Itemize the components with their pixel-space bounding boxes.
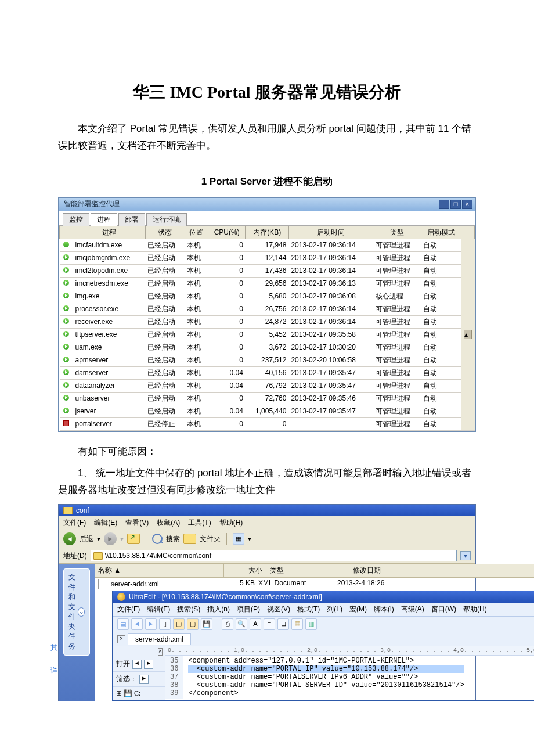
table-row[interactable]: dataanalyzer已经启动本机0.0476,7922013-02-17 0… — [60, 379, 475, 392]
ue-menu-script[interactable]: 脚本(i) — [374, 604, 394, 614]
ue-code-area[interactable]: 3536373839 <component address="127.0.0.1… — [165, 656, 534, 699]
fwd-drop-icon[interactable]: ▾ — [120, 535, 124, 543]
ue-menu-edit[interactable]: 编辑(E) — [147, 604, 170, 614]
up-folder-icon[interactable]: ↗ — [127, 534, 140, 544]
folders-icon[interactable] — [183, 534, 196, 544]
ue-menu-help[interactable]: 帮助(H) — [463, 604, 487, 614]
ue-menu-search[interactable]: 搜索(S) — [177, 604, 200, 614]
ue-menu-project[interactable]: 项目(P) — [237, 604, 260, 614]
ue-code-text[interactable]: <component address="127.0.0.1" id="iMC-P… — [183, 656, 468, 699]
col-date[interactable]: 修改日期 — [349, 564, 534, 577]
ue-menu-adv[interactable]: 高级(A) — [401, 604, 424, 614]
tab-deploy[interactable]: 部署 — [118, 213, 145, 226]
address-box[interactable]: \\10.153.88.174\iMC\common\conf — [91, 550, 457, 561]
table-row[interactable]: receiver.exe已经启动本机024,8722013-02-17 09:3… — [60, 315, 475, 328]
menu-fav[interactable]: 收藏(A) — [157, 518, 180, 528]
ue-menu-file[interactable]: 文件(F) — [117, 604, 140, 614]
col-cpu[interactable]: CPU(%) — [208, 226, 245, 239]
view-button[interactable]: ▦ — [233, 533, 244, 545]
col-name[interactable]: 名称 ▲ — [95, 564, 224, 577]
table-row[interactable]: tftpserver.exe已经启动本机05,4522013-02-17 09:… — [60, 328, 475, 341]
col-icon[interactable] — [60, 226, 73, 239]
tab-runtime[interactable]: 运行环境 — [146, 213, 187, 226]
scrollbar[interactable] — [461, 226, 475, 239]
chevron-down-icon[interactable]: ⌄ — [78, 607, 85, 617]
col-starttime[interactable]: 启动时间 — [288, 226, 373, 239]
folders-label[interactable]: 文件夹 — [200, 534, 221, 544]
tool-tree-icon[interactable]: ⊟ — [277, 618, 289, 630]
col-mode[interactable]: 启动模式 — [421, 226, 461, 239]
col-memory[interactable]: 内存(KB) — [246, 226, 289, 239]
minimize-button[interactable]: _ — [439, 200, 449, 209]
forward-button[interactable]: ► — [104, 532, 117, 545]
col-type[interactable]: 类型 — [373, 226, 421, 239]
col-size[interactable]: 大小 — [224, 564, 266, 577]
col-location[interactable]: 位置 — [185, 226, 208, 239]
ue-menu-format[interactable]: 格式(T) — [297, 604, 320, 614]
tool-next-icon[interactable]: ► — [145, 618, 157, 630]
table-row[interactable]: damserver已经启动本机0.0440,1562013-02-17 09:3… — [60, 366, 475, 379]
menu-edit[interactable]: 编辑(E) — [94, 518, 117, 528]
tasks-panel[interactable]: 文件和文件夹任务 ⌄ — [63, 568, 90, 656]
tool-doc-icon[interactable]: ▯ — [159, 618, 171, 630]
ue-close-panel-icon[interactable]: × — [117, 635, 125, 643]
table-row[interactable]: imcl2topodm.exe已经启动本机017,4362013-02-17 0… — [60, 264, 475, 277]
search-label[interactable]: 搜索 — [166, 534, 180, 544]
back-drop-icon[interactable]: ▾ — [97, 535, 100, 543]
table-row[interactable]: img.exe已经启动本机05,6802013-02-17 09:36:08核心… — [60, 290, 475, 303]
cell-type: 可管理进程 — [373, 239, 421, 251]
ue-menu-view[interactable]: 视图(V) — [267, 604, 290, 614]
table-row[interactable]: uam.exe已经启动本机03,6722013-02-17 10:30:20可管… — [60, 341, 475, 354]
tab-process[interactable]: 进程 — [91, 213, 117, 226]
file-row[interactable]: server-addr.xml 5 KB XML Document 2013-2… — [95, 578, 534, 591]
table-row[interactable]: imcnetresdm.exe已经启动本机029,6562013-02-17 0… — [60, 277, 475, 290]
ue-open-prev-icon[interactable]: ◄ — [132, 660, 142, 669]
back-label[interactable]: 后退 — [80, 534, 93, 544]
table-row[interactable]: jserver已经启动本机0.041,005,4402013-02-17 09:… — [60, 405, 475, 417]
maximize-button[interactable]: □ — [450, 200, 461, 209]
tab-monitor[interactable]: 监控 — [63, 213, 89, 226]
table-row[interactable]: unbaserver已经启动本机072,7602013-02-17 09:35:… — [60, 392, 475, 405]
ue-menu-insert[interactable]: 插入(n) — [207, 604, 230, 614]
ue-menu-window[interactable]: 窗口(W) — [431, 604, 456, 614]
col-type[interactable]: 类型 — [266, 564, 349, 577]
table-row[interactable]: imcjobmgrdm.exe已经启动本机012,1442013-02-17 0… — [60, 251, 475, 264]
view-drop-icon[interactable]: ▾ — [248, 535, 251, 543]
search-icon[interactable] — [152, 534, 163, 544]
tool-col-icon[interactable]: ▥ — [305, 618, 317, 630]
cell-state: 已经启动 — [145, 405, 185, 417]
ue-filter-go-icon[interactable]: ▶ — [139, 675, 149, 684]
address-dropdown-icon[interactable]: ▾ — [460, 551, 471, 560]
cell-mode: 自动 — [421, 379, 461, 392]
ue-side-close-icon[interactable]: × — [158, 648, 163, 656]
tool-print-icon[interactable]: ⎙ — [222, 618, 233, 630]
menu-file[interactable]: 文件(F) — [63, 518, 86, 528]
ue-open-next-icon[interactable]: ► — [144, 660, 153, 669]
col-process[interactable]: 进程 — [73, 226, 146, 239]
table-row[interactable]: imcfaultdm.exe已经启动本机017,9482013-02-17 09… — [60, 239, 475, 251]
col-state[interactable]: 状态 — [145, 226, 185, 239]
tool-new-icon[interactable]: ▤ — [117, 618, 129, 630]
ue-tree[interactable]: ⊞ 💾 C: — [113, 687, 165, 700]
menu-tools[interactable]: 工具(T) — [188, 518, 211, 528]
ue-drive-c[interactable]: C: — [134, 689, 140, 697]
back-button[interactable]: ◄ — [63, 532, 76, 545]
tool-a-icon[interactable]: A — [250, 618, 261, 630]
tool-open-icon[interactable]: ▢ — [173, 618, 185, 630]
tool-list-icon[interactable]: ≡ — [264, 618, 275, 630]
ue-menu-col[interactable]: 列(L) — [327, 604, 342, 614]
table-row[interactable]: apmserver已经启动本机0237,5122013-02-20 10:06:… — [60, 354, 475, 366]
menu-help[interactable]: 帮助(H) — [219, 518, 243, 528]
tool-save-icon[interactable]: 💾 — [201, 618, 212, 630]
close-button[interactable]: × — [462, 200, 472, 209]
scrollbar-track[interactable]: ▴ — [461, 239, 475, 430]
ue-menu-macro[interactable]: 宏(M) — [349, 604, 367, 614]
tool-close-icon[interactable]: ▢ — [187, 618, 199, 630]
ue-file-tab[interactable]: server-addr.xml — [128, 633, 191, 645]
tool-preview-icon[interactable]: 🔍 — [236, 618, 247, 630]
tool-hex-icon[interactable]: 𝄜 — [291, 618, 303, 630]
table-row[interactable]: portalserver已经停止本机00可管理进程自动 — [60, 417, 475, 430]
table-row[interactable]: processor.exe已经启动本机026,7562013-02-17 09:… — [60, 303, 475, 315]
tool-prev-icon[interactable]: ◄ — [131, 618, 143, 630]
menu-view[interactable]: 查看(V) — [125, 518, 149, 528]
